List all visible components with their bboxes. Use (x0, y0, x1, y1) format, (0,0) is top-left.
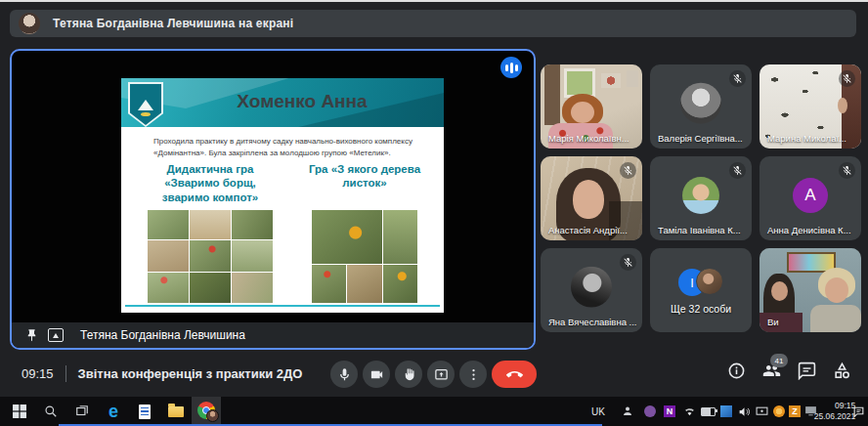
participant-name: Анна Денисівна К... (767, 225, 851, 235)
document-app-taskbar-icon[interactable] (131, 397, 158, 426)
meeting-details-button[interactable] (726, 361, 747, 381)
file-explorer-taskbar-icon[interactable] (162, 397, 190, 426)
presenting-banner: Тетяна Богданівна Левчишина на екрані (10, 10, 856, 37)
presenting-icon (48, 328, 64, 342)
start-button[interactable] (6, 397, 33, 426)
edge-icon: e (108, 403, 118, 420)
folder-icon (168, 406, 184, 417)
slide-title: Хоменко Анна (160, 91, 444, 112)
right-game-heading: Гра «З якого дерева листок» (295, 162, 434, 191)
chat-icon (798, 362, 816, 380)
mic-button[interactable] (330, 361, 358, 388)
viber-tray-icon[interactable] (641, 397, 659, 426)
chrome-icon (197, 402, 215, 419)
presenting-banner-text: Тетяна Богданівна Левчишина на екрані (53, 17, 293, 30)
windows-logo-icon (13, 405, 26, 418)
task-view-button[interactable] (68, 397, 96, 426)
participant-tile[interactable]: Марія Миколаївн... (541, 64, 642, 149)
taskbar-search-button[interactable] (37, 397, 65, 426)
more-options-button[interactable] (459, 361, 487, 388)
slide-divider-line (125, 305, 440, 307)
presenter-avatar (19, 13, 40, 34)
meeting-clock: 09:15 (22, 366, 54, 381)
more-icon (466, 367, 481, 382)
participants-button[interactable]: 41 (761, 361, 782, 381)
participant-avatar (571, 267, 612, 308)
overflow-avatars: І (678, 268, 723, 297)
onenote-tray-icon[interactable]: N (661, 397, 678, 426)
language-indicator[interactable]: UK (586, 397, 610, 426)
display-tray-icon[interactable] (753, 397, 770, 426)
participant-name: Таміла Іванівна К... (658, 225, 741, 235)
wifi-tray-icon[interactable] (680, 397, 698, 426)
screen-share-tile[interactable]: Хоменко Анна Проходила практику в дитячо… (10, 49, 536, 350)
participant-tile[interactable]: Анастасія Андрії... (541, 156, 642, 240)
battery-icon (701, 407, 716, 416)
battery-tray-icon[interactable] (698, 397, 717, 426)
participant-name: Валерія Сергіївна... (658, 133, 743, 144)
participant-avatar (682, 177, 719, 214)
action-center-button[interactable] (848, 397, 868, 426)
end-call-button[interactable] (492, 361, 537, 388)
chrome-taskbar-icon[interactable] (192, 397, 221, 426)
overflow-participants-tile[interactable]: І Ще 32 особи (650, 248, 752, 332)
presenter-name-label: Тетяна Богданівна Левчишина (80, 328, 245, 342)
participant-tile[interactable]: Марина Миколаї... (760, 64, 861, 149)
onenote-icon: N (664, 405, 675, 417)
pin-icon[interactable] (23, 327, 39, 343)
window-top-edge (0, 0, 868, 2)
activities-icon (833, 362, 851, 380)
participant-initial-avatar: А (793, 178, 828, 213)
present-icon (434, 367, 449, 382)
people-tray-icon[interactable] (618, 397, 637, 426)
screen-icon (756, 406, 768, 417)
mic-off-icon (729, 70, 746, 87)
participant-tile[interactable]: Валерія Сергіївна... (650, 64, 752, 149)
divider (65, 365, 66, 382)
mic-off-icon (620, 162, 636, 179)
blue-app-tray-icon[interactable] (717, 397, 735, 426)
mic-off-icon (729, 162, 746, 179)
present-button[interactable] (427, 361, 455, 388)
participant-tile[interactable]: Яна Вячеславівна ... (541, 248, 642, 332)
hand-icon (402, 367, 416, 382)
participant-name: Марина Миколаї... (767, 133, 846, 144)
slide-intro-text: Проходила практику в дитячому садку навч… (153, 136, 415, 158)
presentation-slide: Хоменко Анна Проходила практику в дитячо… (121, 78, 444, 313)
participant-tile[interactable]: А Анна Денисівна К... (760, 156, 861, 240)
self-view-tile[interactable]: Ви (760, 248, 861, 332)
z-app-icon: Z (789, 405, 801, 417)
person-icon (622, 405, 633, 417)
camera-button[interactable] (363, 361, 390, 388)
mic-icon (337, 367, 352, 382)
end-call-icon (506, 366, 523, 383)
windows-taskbar: e UK N Z (0, 397, 868, 426)
notification-icon (852, 405, 865, 418)
mic-off-icon (620, 254, 636, 271)
speaker-icon (738, 405, 751, 418)
left-game-heading: Дидактична гра «Зваримо борщ, зваримо ко… (146, 162, 275, 204)
mic-off-icon (839, 162, 855, 179)
participant-count-badge: 41 (770, 354, 788, 367)
activities-button[interactable] (832, 361, 852, 381)
camera-icon (369, 367, 384, 382)
chat-button[interactable] (797, 361, 817, 381)
info-icon (727, 362, 746, 380)
blue-app-icon (720, 405, 732, 417)
photo-collage-left (148, 210, 273, 303)
mic-off-icon (839, 70, 855, 87)
raise-hand-button[interactable] (395, 361, 422, 388)
participant-tile[interactable]: Таміла Іванівна К... (650, 156, 752, 240)
overflow-photo-avatar (696, 268, 723, 295)
google-meet-window: Тетяна Богданівна Левчишина на екрані Хо… (0, 0, 868, 426)
participant-avatar (680, 83, 721, 124)
volume-tray-icon[interactable] (735, 397, 753, 426)
meeting-title: Звітна конференція з практики 2ДО (78, 366, 303, 381)
photo-collage-right (312, 210, 417, 303)
overflow-label: Ще 32 особи (650, 303, 752, 315)
chrome-profile-badge (206, 409, 219, 422)
edge-taskbar-icon[interactable]: e (100, 397, 127, 426)
participant-name: Анастасія Андрії... (548, 225, 628, 235)
share-name-strip: Тетяна Богданівна Левчишина (12, 322, 534, 348)
task-view-icon (75, 405, 89, 418)
